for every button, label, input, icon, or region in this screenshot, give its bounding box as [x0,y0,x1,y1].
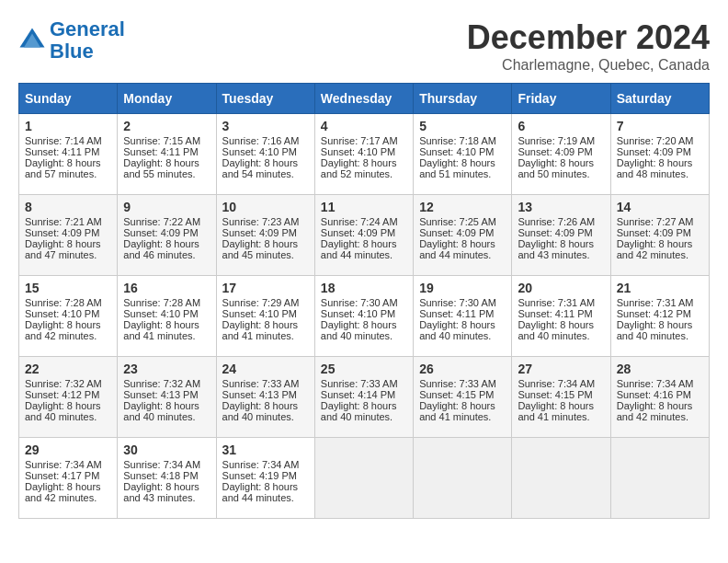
daylight: Daylight: 8 hours and 55 minutes. [123,157,199,179]
calendar-cell [512,438,610,519]
sunset: Sunset: 4:10 PM [25,308,99,319]
day-number: 1 [25,119,111,133]
weekday-tuesday: Tuesday [216,84,314,114]
weekday-monday: Monday [118,84,216,114]
daylight: Daylight: 8 hours and 43 minutes. [518,238,594,260]
day-number: 19 [419,281,506,295]
sunrise: Sunrise: 7:31 AM [617,297,694,308]
sunset: Sunset: 4:09 PM [123,227,198,238]
sunset: Sunset: 4:18 PM [123,470,198,481]
sunrise: Sunrise: 7:28 AM [123,297,200,308]
calendar-cell: 6Sunrise: 7:19 AMSunset: 4:09 PMDaylight… [512,114,610,195]
day-number: 29 [25,442,111,457]
day-number: 24 [222,362,309,376]
sunrise: Sunrise: 7:19 AM [518,135,595,146]
calendar-cell: 29Sunrise: 7:34 AMSunset: 4:17 PMDayligh… [19,438,118,519]
day-number: 4 [321,119,407,133]
daylight: Daylight: 8 hours and 42 minutes. [25,319,101,341]
sunrise: Sunrise: 7:25 AM [419,216,496,227]
daylight: Daylight: 8 hours and 40 minutes. [617,319,693,341]
page-header: General Blue December 2024 Charlemagne, … [18,18,710,74]
day-number: 20 [518,281,604,295]
calendar-cell: 30Sunrise: 7:34 AMSunset: 4:18 PMDayligh… [118,438,216,519]
calendar-cell: 18Sunrise: 7:30 AMSunset: 4:10 PMDayligh… [314,276,413,357]
day-number: 6 [518,119,604,133]
daylight: Daylight: 8 hours and 46 minutes. [123,238,199,260]
sunrise: Sunrise: 7:23 AM [222,216,300,227]
calendar-cell: 20Sunrise: 7:31 AMSunset: 4:11 PMDayligh… [512,276,610,357]
calendar-cell: 26Sunrise: 7:33 AMSunset: 4:15 PMDayligh… [414,357,512,438]
sunset: Sunset: 4:09 PM [222,227,297,238]
sunrise: Sunrise: 7:30 AM [419,297,496,308]
calendar-cell: 24Sunrise: 7:33 AMSunset: 4:13 PMDayligh… [216,357,314,438]
day-number: 27 [518,362,604,376]
calendar-cell: 3Sunrise: 7:16 AMSunset: 4:10 PMDaylight… [216,114,314,195]
sunset: Sunset: 4:12 PM [25,389,99,400]
day-number: 11 [321,200,407,214]
sunrise: Sunrise: 7:15 AM [123,135,200,146]
calendar-cell: 8Sunrise: 7:21 AMSunset: 4:09 PMDaylight… [19,195,118,276]
calendar-cell: 4Sunrise: 7:17 AMSunset: 4:10 PMDaylight… [314,114,413,195]
sunrise: Sunrise: 7:24 AM [321,216,398,227]
sunset: Sunset: 4:11 PM [25,146,99,157]
day-number: 9 [123,200,210,214]
daylight: Daylight: 8 hours and 41 minutes. [518,400,594,422]
daylight: Daylight: 8 hours and 44 minutes. [419,238,495,260]
sunset: Sunset: 4:11 PM [518,308,592,319]
day-number: 28 [617,362,703,376]
calendar-cell [610,438,709,519]
daylight: Daylight: 8 hours and 47 minutes. [25,238,101,260]
day-number: 16 [123,281,210,295]
sunset: Sunset: 4:10 PM [222,146,297,157]
sunset: Sunset: 4:09 PM [518,227,592,238]
daylight: Daylight: 8 hours and 42 minutes. [617,400,693,422]
logo-text: General Blue [50,18,125,63]
sunset: Sunset: 4:09 PM [617,227,691,238]
day-number: 7 [617,119,703,133]
daylight: Daylight: 8 hours and 40 minutes. [321,400,397,422]
sunrise: Sunrise: 7:34 AM [518,378,595,389]
daylight: Daylight: 8 hours and 40 minutes. [518,319,594,341]
weekday-thursday: Thursday [414,84,512,114]
calendar-cell: 9Sunrise: 7:22 AMSunset: 4:09 PMDaylight… [118,195,216,276]
day-number: 8 [25,200,111,214]
sunrise: Sunrise: 7:29 AM [222,297,300,308]
daylight: Daylight: 8 hours and 43 minutes. [123,481,199,503]
calendar-cell [314,438,413,519]
day-number: 26 [419,362,506,376]
sunrise: Sunrise: 7:17 AM [321,135,398,146]
sunset: Sunset: 4:10 PM [321,308,395,319]
sunset: Sunset: 4:11 PM [123,146,198,157]
calendar-cell: 31Sunrise: 7:34 AMSunset: 4:19 PMDayligh… [216,438,314,519]
logo-icon [18,27,46,54]
weekday-saturday: Saturday [610,84,709,114]
month-title: December 2024 [467,18,710,57]
week-row-4: 22Sunrise: 7:32 AMSunset: 4:12 PMDayligh… [19,357,710,438]
day-number: 22 [25,362,111,376]
daylight: Daylight: 8 hours and 40 minutes. [419,319,495,341]
sunrise: Sunrise: 7:21 AM [25,216,102,227]
sunrise: Sunrise: 7:16 AM [222,135,300,146]
sunset: Sunset: 4:15 PM [419,389,494,400]
sunset: Sunset: 4:09 PM [25,227,99,238]
sunset: Sunset: 4:13 PM [123,389,198,400]
sunset: Sunset: 4:10 PM [123,308,198,319]
sunset: Sunset: 4:15 PM [518,389,592,400]
day-number: 31 [222,442,309,457]
day-number: 12 [419,200,506,214]
weekday-friday: Friday [512,84,610,114]
calendar-cell: 7Sunrise: 7:20 AMSunset: 4:09 PMDaylight… [610,114,709,195]
sunrise: Sunrise: 7:34 AM [222,459,300,470]
sunrise: Sunrise: 7:14 AM [25,135,102,146]
weekday-wednesday: Wednesday [314,84,413,114]
sunrise: Sunrise: 7:28 AM [25,297,102,308]
day-number: 3 [222,119,309,133]
daylight: Daylight: 8 hours and 41 minutes. [419,400,495,422]
sunrise: Sunrise: 7:26 AM [518,216,595,227]
daylight: Daylight: 8 hours and 40 minutes. [321,319,397,341]
daylight: Daylight: 8 hours and 52 minutes. [321,157,397,179]
calendar-cell: 19Sunrise: 7:30 AMSunset: 4:11 PMDayligh… [414,276,512,357]
weekday-header-row: SundayMondayTuesdayWednesdayThursdayFrid… [19,84,710,114]
week-row-3: 15Sunrise: 7:28 AMSunset: 4:10 PMDayligh… [19,276,710,357]
daylight: Daylight: 8 hours and 40 minutes. [25,400,101,422]
